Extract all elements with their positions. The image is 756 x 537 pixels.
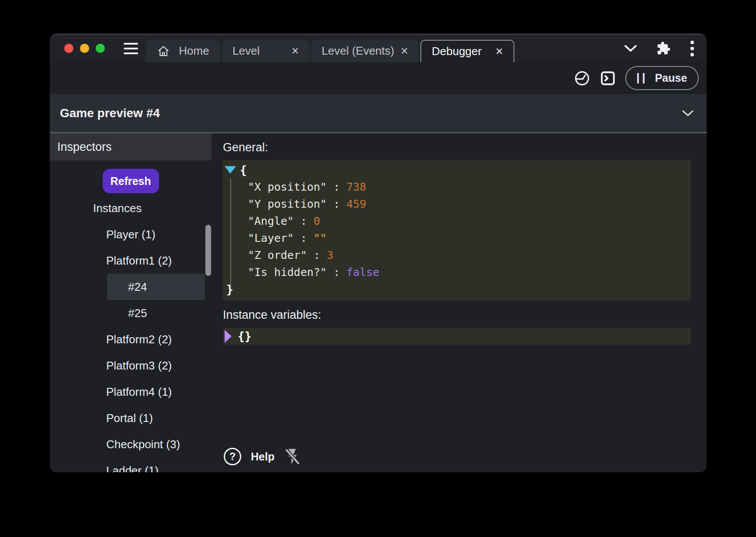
tab-bar: Home Level × Level (Events) × Debugger ×: [146, 40, 514, 62]
tab-label: Debugger: [432, 45, 482, 58]
inspectors-title: Inspectors: [57, 140, 112, 154]
inspectors-header: Inspectors: [50, 133, 212, 160]
property-row: Is hidden?false: [223, 264, 691, 281]
expand-triangle-icon[interactable]: [225, 330, 232, 343]
console-icon[interactable]: [600, 70, 616, 86]
property-row: Layer"": [223, 230, 691, 247]
general-label: General:: [223, 140, 707, 154]
pause-label: Pause: [655, 72, 687, 84]
game-preview-header[interactable]: Game preview #4: [50, 94, 707, 133]
debugger-toolbar: Pause: [50, 62, 707, 94]
inspectors-sidebar: Inspectors Refresh Instances Player (1) …: [50, 133, 212, 472]
desktop: { "icons": { "close": "×" }, "titlebar":…: [0, 0, 756, 537]
tree-item-instances[interactable]: Instances: [50, 195, 212, 221]
tree-item-selected[interactable]: #24: [107, 274, 205, 300]
property-key: X position: [248, 181, 347, 193]
property-value: 0: [314, 215, 320, 227]
game-preview-title: Game preview #4: [60, 106, 160, 120]
debugger-content: Inspectors Refresh Instances Player (1) …: [50, 133, 707, 472]
minimize-window-button[interactable]: [80, 44, 89, 53]
tree-item[interactable]: Platform4 (1): [50, 379, 212, 405]
help-row: ? Help: [223, 447, 302, 466]
svg-text:?: ?: [229, 450, 236, 462]
tab-level[interactable]: Level ×: [222, 40, 309, 62]
property-row: Angle0: [223, 213, 691, 230]
chevron-down-icon[interactable]: [624, 44, 637, 52]
refresh-button[interactable]: Refresh: [103, 169, 159, 193]
tab-label: Home: [179, 44, 209, 58]
inspector-detail-panel: General: { X position738 Y position459 A…: [212, 133, 707, 472]
tab-label: Level (Events): [322, 44, 394, 58]
tree-item[interactable]: Player (1): [50, 221, 212, 248]
tree-item[interactable]: #25: [50, 300, 212, 326]
property-key: Y position: [248, 198, 347, 210]
property-key: Angle: [248, 215, 314, 227]
tree-item[interactable]: Checkpoint (3): [50, 431, 212, 457]
app-window: Home Level × Level (Events) × Debugger ×: [50, 34, 707, 472]
tree-item[interactable]: Platform1 (2): [50, 248, 212, 274]
property-row: Z order3: [223, 247, 691, 264]
close-window-button[interactable]: [64, 44, 73, 53]
property-key: Z order: [248, 249, 327, 262]
scrollbar-thumb[interactable]: [205, 225, 211, 276]
tab-level-events[interactable]: Level (Events) ×: [311, 40, 419, 62]
instance-variables-label: Instance variables:: [223, 308, 707, 322]
property-row: X position738: [223, 178, 691, 195]
json-root-line: {: [223, 161, 691, 178]
maximize-window-button[interactable]: [96, 44, 105, 53]
help-icon[interactable]: ?: [223, 447, 242, 466]
instance-variables-tree[interactable]: {}: [223, 328, 691, 345]
more-options-kebab-icon[interactable]: [690, 40, 694, 57]
tree-item[interactable]: Portal (1): [50, 405, 212, 431]
property-value: false: [347, 266, 379, 279]
property-key: Layer: [248, 232, 314, 244]
close-tab-icon[interactable]: ×: [291, 45, 299, 57]
tree-item[interactable]: Platform3 (2): [50, 352, 212, 379]
titlebar: Home Level × Level (Events) × Debugger ×: [50, 35, 707, 62]
profiler-gauge-icon[interactable]: [574, 70, 590, 87]
tab-home[interactable]: Home: [146, 40, 220, 62]
titlebar-actions: [624, 40, 694, 57]
close-tab-icon[interactable]: ×: [401, 45, 408, 57]
close-tab-icon[interactable]: ×: [496, 45, 503, 58]
tree-guide-line: [230, 178, 231, 288]
property-value: 3: [327, 249, 333, 262]
main-menu-icon[interactable]: [124, 43, 138, 54]
collapse-triangle-icon[interactable]: [225, 166, 236, 174]
home-icon: [157, 45, 170, 58]
close-brace: }: [226, 283, 233, 296]
property-value: 459: [347, 198, 366, 210]
tree-item[interactable]: Platform2 (2): [50, 326, 212, 352]
tab-debugger[interactable]: Debugger ×: [420, 40, 514, 62]
property-row: Y position459: [223, 195, 691, 213]
property-key: Is hidden?: [248, 266, 347, 279]
property-value: 738: [347, 181, 366, 193]
tab-label: Level: [232, 44, 260, 58]
tree-item[interactable]: Ladder (1): [50, 457, 212, 472]
pause-icon: [637, 73, 645, 84]
extensions-puzzle-icon[interactable]: [656, 41, 671, 56]
property-value: "": [314, 232, 327, 244]
flash-off-icon[interactable]: [283, 447, 302, 466]
general-json-tree: { X position738 Y position459 Angle0 Lay…: [223, 160, 691, 300]
variables-value: {}: [238, 330, 251, 343]
json-close-line: }: [223, 281, 691, 298]
pause-button[interactable]: Pause: [625, 66, 699, 90]
open-brace: {: [240, 164, 247, 177]
chevron-down-icon[interactable]: [682, 110, 694, 117]
traffic-lights: [64, 44, 105, 53]
help-label[interactable]: Help: [251, 450, 274, 463]
